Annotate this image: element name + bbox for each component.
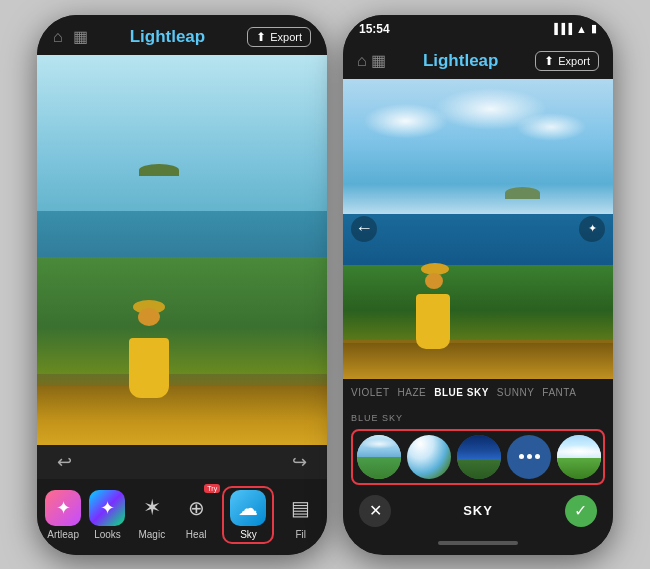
sky-icon-wrap: ☁ bbox=[230, 490, 266, 526]
right-status-bar: 15:54 ▐▐▐ ▲ ▮ bbox=[343, 15, 613, 43]
tool-sky[interactable]: ☁ Sky bbox=[222, 486, 274, 544]
battery-icon: ▮ bbox=[591, 22, 597, 35]
left-sky bbox=[37, 55, 327, 231]
tab-violet[interactable]: VIOLET bbox=[351, 387, 390, 398]
right-photo-area: ← ✦ bbox=[343, 79, 613, 379]
sky-presets-section: BLUE SKY bbox=[343, 407, 613, 489]
action-label: SKY bbox=[463, 503, 493, 518]
redo-button[interactable]: ↪ bbox=[292, 451, 307, 473]
dot-2 bbox=[527, 454, 532, 459]
right-nav-icons: ⌂ ▦ bbox=[357, 51, 386, 70]
sky-preset-5[interactable] bbox=[557, 435, 601, 479]
dot-1 bbox=[519, 454, 524, 459]
confirm-button[interactable]: ✓ bbox=[565, 495, 597, 527]
left-app-bar: ⌂ ▦ Lightleap ⬆ Export bbox=[37, 15, 327, 55]
fil-icon: ▤ bbox=[291, 496, 310, 520]
right-person bbox=[411, 269, 461, 349]
left-person bbox=[124, 308, 174, 398]
photo-nav-right-button[interactable]: ✦ bbox=[579, 216, 605, 242]
right-clouds bbox=[357, 85, 600, 205]
right-app-bar: ⌂ ▦ Lightleap ⬆ Export bbox=[343, 43, 613, 79]
tool-fil[interactable]: ▤ Fil bbox=[283, 490, 319, 540]
right-app-title: Lightleap bbox=[423, 51, 499, 71]
tool-magic[interactable]: ✶ Magic bbox=[134, 490, 170, 540]
left-app-title: Lightleap bbox=[130, 27, 206, 47]
left-bottom-toolbar: ✦ Artleap ✦ Looks ✶ Magic Try bbox=[37, 479, 327, 555]
right-ground bbox=[343, 343, 613, 379]
sky-presets-grid bbox=[351, 429, 605, 485]
status-icons: ▐▐▐ ▲ ▮ bbox=[551, 22, 597, 35]
sky-preset-2[interactable] bbox=[407, 435, 451, 479]
left-export-label: Export bbox=[270, 31, 302, 43]
artleap-label: Artleap bbox=[47, 529, 79, 540]
home-bar bbox=[438, 541, 518, 545]
photo-nav-right-icon: ✦ bbox=[588, 222, 597, 235]
looks-icon-wrap: ✦ bbox=[89, 490, 125, 526]
tab-haze[interactable]: HAZE bbox=[398, 387, 427, 398]
signal-icon: ▐▐▐ bbox=[551, 23, 572, 34]
magic-label: Magic bbox=[138, 529, 165, 540]
sky-label: Sky bbox=[240, 529, 257, 540]
tool-artleap[interactable]: ✦ Artleap bbox=[45, 490, 81, 540]
left-person-head bbox=[138, 308, 160, 326]
left-export-icon: ⬆ bbox=[256, 30, 266, 44]
tool-looks[interactable]: ✦ Looks bbox=[89, 490, 125, 540]
main-container: ⌂ ▦ Lightleap ⬆ Export ↩ ↪ bbox=[0, 0, 650, 569]
calendar-icon[interactable]: ▦ bbox=[73, 27, 88, 46]
left-ground bbox=[37, 386, 327, 445]
right-bottom-action-bar: ✕ SKY ✓ bbox=[343, 489, 613, 533]
left-island bbox=[139, 164, 179, 176]
filter-tabs-bar: VIOLET HAZE BLUE SKY SUNNY FANTA bbox=[343, 379, 613, 407]
dots-inner bbox=[519, 454, 540, 459]
magic-icon-wrap: ✶ bbox=[134, 490, 170, 526]
left-phone: ⌂ ▦ Lightleap ⬆ Export ↩ ↪ bbox=[37, 15, 327, 555]
tab-blue-sky[interactable]: BLUE SKY bbox=[434, 387, 489, 398]
heal-label: Heal bbox=[186, 529, 207, 540]
undo-button[interactable]: ↩ bbox=[57, 451, 72, 473]
fil-icon-wrap: ▤ bbox=[283, 490, 319, 526]
left-person-dress bbox=[129, 338, 169, 398]
undo-redo-bar: ↩ ↪ bbox=[37, 445, 327, 479]
right-island bbox=[505, 187, 540, 199]
left-photo-area bbox=[37, 55, 327, 445]
home-icon[interactable]: ⌂ bbox=[53, 28, 63, 46]
right-phone: 15:54 ▐▐▐ ▲ ▮ ⌂ ▦ Lightleap ⬆ Export bbox=[343, 15, 613, 555]
photo-nav-left-button[interactable]: ← bbox=[351, 216, 377, 242]
sky-section-label: BLUE SKY bbox=[351, 413, 605, 423]
left-vegetation bbox=[37, 257, 327, 374]
right-export-label: Export bbox=[558, 55, 590, 67]
right-home-icon[interactable]: ⌂ bbox=[357, 52, 367, 69]
right-person-head bbox=[425, 273, 443, 289]
sky-preset-1[interactable] bbox=[357, 435, 401, 479]
right-person-dress bbox=[416, 294, 450, 349]
tab-fanta[interactable]: FANTA bbox=[542, 387, 576, 398]
left-nav-icons: ⌂ ▦ bbox=[53, 27, 88, 46]
right-export-button[interactable]: ⬆ Export bbox=[535, 51, 599, 71]
fil-label: Fil bbox=[296, 529, 307, 540]
cancel-button[interactable]: ✕ bbox=[359, 495, 391, 527]
sky-icon: ☁ bbox=[238, 496, 258, 520]
sky-preset-dots[interactable] bbox=[507, 435, 551, 479]
try-badge: Try bbox=[204, 484, 220, 493]
sky-preset-3[interactable] bbox=[457, 435, 501, 479]
tool-heal[interactable]: Try ⊕ Heal bbox=[178, 490, 214, 540]
left-export-button[interactable]: ⬆ Export bbox=[247, 27, 311, 47]
status-time: 15:54 bbox=[359, 22, 390, 36]
magic-icon: ✶ bbox=[143, 495, 161, 521]
tab-sunny[interactable]: SUNNY bbox=[497, 387, 535, 398]
wifi-icon: ▲ bbox=[576, 23, 587, 35]
dot-3 bbox=[535, 454, 540, 459]
looks-label: Looks bbox=[94, 529, 121, 540]
heal-icon-wrap: Try ⊕ bbox=[178, 490, 214, 526]
artleap-icon-wrap: ✦ bbox=[45, 490, 81, 526]
right-vegetation bbox=[343, 265, 613, 340]
right-calendar-icon[interactable]: ▦ bbox=[371, 52, 386, 69]
heal-icon: ⊕ bbox=[188, 496, 205, 520]
looks-icon: ✦ bbox=[100, 497, 115, 519]
artleap-icon: ✦ bbox=[56, 497, 71, 519]
right-export-icon: ⬆ bbox=[544, 54, 554, 68]
home-indicator bbox=[343, 533, 613, 553]
